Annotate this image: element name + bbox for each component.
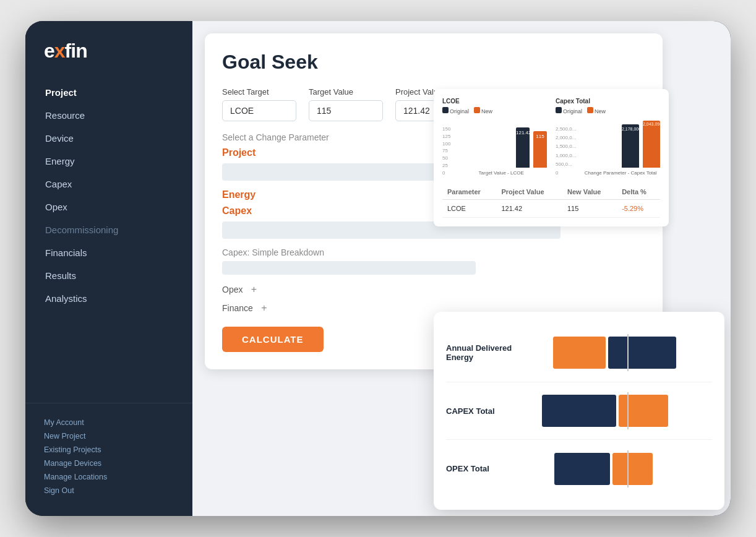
sidebar-item-financials[interactable]: Financials	[38, 241, 180, 264]
opex-label: Opex	[222, 285, 243, 294]
tablet-frame: exfin Project Resource Device Energy Cap…	[25, 21, 731, 516]
capex-bar-navy	[542, 395, 616, 427]
sidebar-item-resource[interactable]: Resource	[38, 104, 180, 127]
nav-sign-out[interactable]: Sign Out	[44, 484, 174, 497]
nav-my-account[interactable]: My Account	[44, 416, 174, 429]
sidebar-item-capex[interactable]: Capex	[38, 173, 180, 195]
lcoe-chart: LCOE Original New 1501251007550250	[442, 98, 547, 176]
sidebar-item-results[interactable]: Results	[38, 264, 180, 287]
divider-line	[627, 334, 629, 371]
goal-seek-title: Goal Seek	[222, 51, 645, 74]
col-new-value: New Value	[562, 184, 617, 200]
opex-bar-navy	[554, 453, 610, 485]
floating-row-opex: OPEX Total	[446, 440, 712, 497]
charts-area: LCOE Original New 1501251007550250	[434, 89, 669, 226]
opex-expand-button[interactable]: +	[247, 283, 260, 296]
sidebar-item-device[interactable]: Device	[38, 127, 180, 150]
nav-manage-devices[interactable]: Manage Devices	[44, 457, 174, 470]
logo: exfin	[25, 40, 192, 81]
capex-new-value: 2,043,098...	[643, 122, 660, 126]
capex-simple-bar	[222, 261, 476, 275]
col-project-value: Project Value	[496, 184, 562, 200]
logo-highlight: x	[54, 40, 65, 62]
floating-panel: Annual DeliveredEnergy CAPEX Total OPEX …	[434, 312, 724, 510]
sidebar-item-decommissioning[interactable]: Decommissioning	[38, 218, 180, 241]
lcoe-chart-title: LCOE	[442, 98, 547, 105]
capex-bar-orange	[619, 395, 668, 427]
energy-bar-navy	[608, 337, 676, 369]
select-target-group: Select Target	[222, 87, 296, 121]
calculate-button[interactable]: CALCULATE	[222, 327, 324, 352]
nav-new-project[interactable]: New Project	[44, 429, 174, 443]
floating-row-energy: Annual DeliveredEnergy	[446, 324, 712, 382]
lcoe-original-value: 121.42	[516, 130, 530, 135]
cell-delta: -5.29%	[617, 200, 660, 218]
capex-legend: Original New	[556, 107, 660, 114]
select-target-label: Select Target	[222, 87, 296, 97]
sidebar-item-energy[interactable]: Energy	[38, 150, 180, 173]
energy-label: Annual DeliveredEnergy	[446, 343, 542, 362]
capex-label: CAPEX Total	[446, 406, 542, 416]
capex-original-value: 2,178,000,000	[622, 127, 639, 131]
capex-simple-label: Capex: Simple Breakdown	[222, 247, 645, 257]
lcoe-new-value: 115	[533, 134, 547, 139]
col-delta: Delta %	[617, 184, 660, 200]
target-value-label: Target Value	[309, 87, 383, 97]
capex-bars	[542, 392, 712, 429]
floating-row-capex: CAPEX Total	[446, 382, 712, 440]
finance-expand-button[interactable]: +	[258, 302, 270, 314]
cell-new-value: 115	[562, 200, 617, 218]
opex-row: Opex +	[222, 283, 645, 296]
capex-bar-new	[643, 121, 660, 168]
select-target-input[interactable]	[222, 100, 296, 121]
opex-total-label: OPEX Total	[446, 464, 542, 473]
target-value-input[interactable]	[309, 100, 383, 121]
nav-manage-locations[interactable]: Manage Locations	[44, 470, 174, 484]
main-area: Goal Seek Select Target Target Value Pro…	[192, 21, 731, 516]
chart-row: LCOE Original New 1501251007550250	[442, 98, 660, 176]
nav-existing-projects[interactable]: Existing Projects	[44, 443, 174, 457]
sidebar: exfin Project Resource Device Energy Cap…	[25, 21, 192, 516]
opex-bars	[542, 450, 712, 488]
cell-parameter: LCOE	[442, 200, 496, 218]
nav-bottom: My Account New Project Existing Projects…	[25, 403, 192, 504]
capex-chart: Capex Total Original New 2,500,0...2,000…	[556, 98, 660, 176]
results-table: Parameter Project Value New Value Delta …	[442, 184, 660, 218]
opex-bar-orange	[612, 453, 653, 485]
divider-line-2	[627, 392, 629, 429]
capex-x-label: Change Parameter - Capex Total	[581, 170, 660, 176]
lcoe-y-axis: 1501251007550250	[442, 126, 450, 176]
energy-bar-orange	[553, 337, 606, 369]
nav-main: Project Resource Device Energy Capex Ope…	[25, 81, 192, 397]
capex-y-axis: 2,500,0...2,000,0...1,500,0...1,000,0...…	[556, 126, 576, 176]
energy-bars	[542, 334, 712, 371]
finance-label: Finance	[222, 303, 253, 313]
lcoe-x-label: Target Value - LCOE	[455, 170, 547, 176]
sidebar-item-opex[interactable]: Opex	[38, 195, 180, 218]
col-parameter: Parameter	[442, 184, 496, 200]
table-row: LCOE 121.42 115 -5.29%	[442, 200, 660, 218]
sidebar-item-project[interactable]: Project	[38, 81, 180, 104]
divider-line-3	[627, 450, 629, 488]
logo-text: exfin	[44, 40, 174, 62]
sidebar-item-analystics[interactable]: Analystics	[38, 287, 180, 310]
lcoe-legend: Original New	[442, 107, 547, 114]
capex-chart-title: Capex Total	[556, 98, 660, 105]
target-value-group: Target Value	[309, 87, 383, 121]
cell-project-value: 121.42	[496, 200, 562, 218]
